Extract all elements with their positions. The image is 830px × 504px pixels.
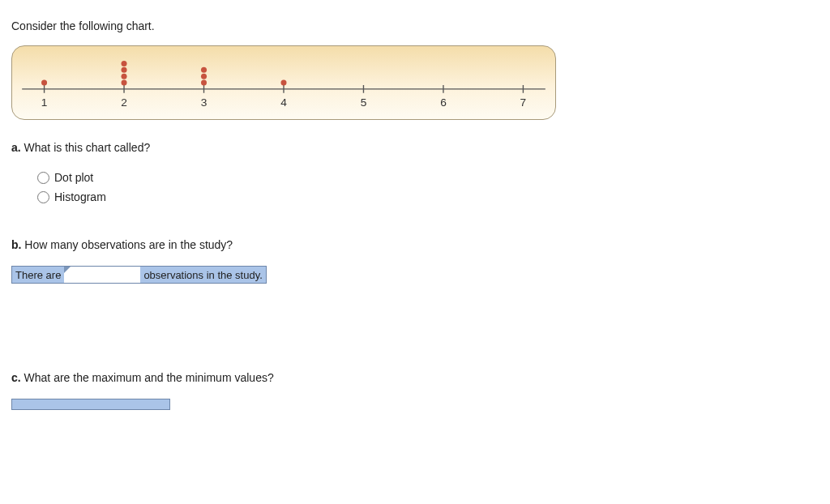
svg-text:5: 5 — [361, 96, 367, 109]
question-b-text: How many observations are in the study? — [21, 238, 233, 251]
question-b-prefix: b. — [11, 238, 21, 251]
question-c-prefix: c. — [11, 371, 21, 384]
question-a-options: Dot plot Histogram — [37, 169, 819, 206]
svg-point-16 — [122, 79, 127, 85]
option-dot-plot-label: Dot plot — [54, 171, 93, 184]
question-a-label: a. What is this chart called? — [11, 141, 819, 154]
question-b-label: b. How many observations are in the stud… — [11, 238, 819, 251]
dot-plot-chart: 1234567 — [11, 45, 556, 120]
svg-point-23 — [280, 79, 286, 85]
svg-text:7: 7 — [520, 96, 527, 109]
svg-point-22 — [201, 67, 207, 73]
svg-text:6: 6 — [440, 96, 447, 109]
svg-text:1: 1 — [41, 96, 48, 109]
svg-point-19 — [122, 61, 127, 66]
option-histogram-label: Histogram — [54, 190, 106, 203]
fill-input-wrap[interactable] — [64, 266, 140, 284]
svg-point-15 — [41, 79, 47, 85]
svg-point-17 — [122, 74, 127, 79]
fill-before-text: There are — [11, 266, 64, 284]
prompt-text: Consider the following chart. — [11, 19, 819, 32]
option-dot-plot[interactable]: Dot plot — [37, 169, 819, 186]
question-b-fill: There are observations in the study. — [11, 266, 819, 284]
svg-point-18 — [122, 67, 127, 73]
svg-point-20 — [201, 79, 207, 85]
svg-point-21 — [201, 74, 207, 79]
svg-text:4: 4 — [280, 96, 287, 109]
question-c-answer-strip[interactable] — [11, 399, 170, 410]
option-histogram[interactable]: Histogram — [37, 188, 819, 206]
question-c-text: What are the maximum and the minimum val… — [21, 371, 274, 384]
radio-histogram[interactable] — [37, 191, 49, 203]
question-a-text: What is this chart called? — [21, 141, 151, 154]
fill-after-text: observations in the study. — [140, 266, 266, 284]
radio-dot-plot[interactable] — [37, 172, 49, 184]
svg-text:2: 2 — [121, 96, 127, 109]
svg-text:3: 3 — [201, 96, 208, 109]
observations-input[interactable] — [64, 267, 140, 283]
question-c-label: c. What are the maximum and the minimum … — [11, 371, 819, 384]
input-corner-icon — [64, 267, 71, 273]
question-a-prefix: a. — [11, 141, 21, 154]
dot-plot-svg: 1234567 — [12, 46, 555, 119]
